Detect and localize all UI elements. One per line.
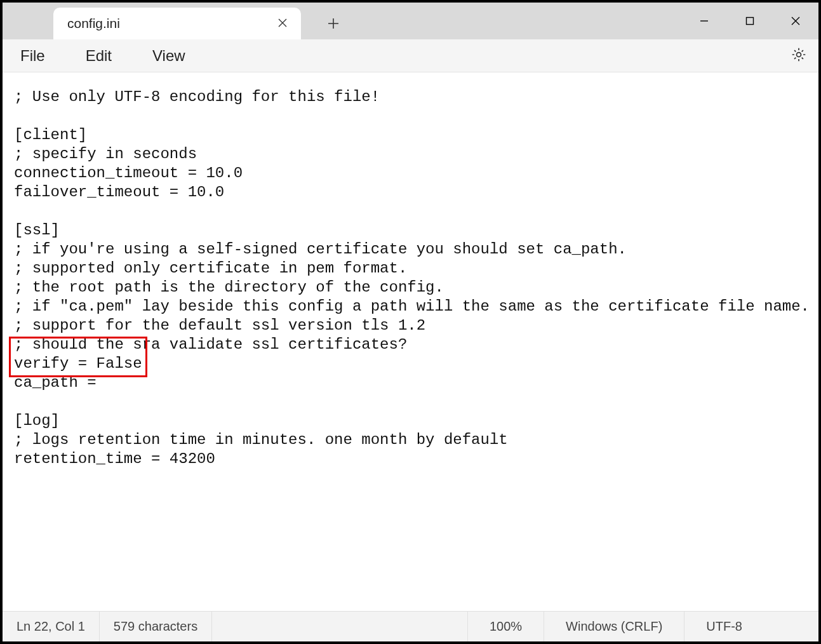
tab-title: config.ini (67, 16, 120, 31)
status-encoding[interactable]: UTF-8 (684, 612, 818, 641)
new-tab-button[interactable] (319, 9, 348, 38)
editor-content: ; Use only UTF-8 encoding for this file!… (14, 88, 810, 467)
status-char-count[interactable]: 579 characters (100, 612, 212, 641)
status-line-endings[interactable]: Windows (CRLF) (544, 612, 684, 641)
maximize-button[interactable] (727, 3, 773, 39)
menu-view[interactable]: View (145, 43, 193, 69)
svg-rect-0 (747, 18, 754, 25)
notepad-window: config.ini File Edit View (0, 0, 821, 644)
svg-point-1 (797, 52, 801, 57)
menu-edit[interactable]: Edit (78, 43, 119, 69)
status-spacer (212, 612, 468, 641)
status-cursor-position[interactable]: Ln 22, Col 1 (3, 612, 100, 641)
minimize-button[interactable] (681, 3, 727, 39)
status-zoom[interactable]: 100% (468, 612, 544, 641)
menu-bar: File Edit View (3, 39, 818, 72)
tab-config-ini[interactable]: config.ini (53, 8, 301, 39)
status-bar: Ln 22, Col 1 579 characters 100% Windows… (3, 611, 818, 641)
close-tab-icon[interactable] (276, 15, 290, 32)
settings-button[interactable] (791, 46, 807, 65)
title-bar: config.ini (3, 3, 818, 39)
window-controls (681, 3, 818, 39)
text-editor[interactable]: ; Use only UTF-8 encoding for this file!… (3, 72, 818, 611)
menu-file[interactable]: File (13, 43, 53, 69)
tab-strip: config.ini (3, 3, 348, 39)
gear-icon (791, 54, 807, 65)
close-window-button[interactable] (773, 3, 818, 39)
